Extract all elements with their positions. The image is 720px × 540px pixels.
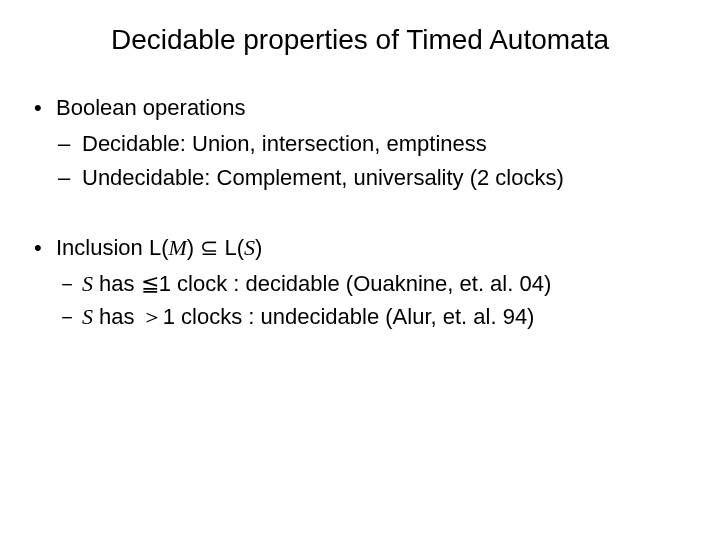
subbullet-text: Undecidable: Complement, universality (2… [82, 165, 564, 190]
bullet-inclusion: Inclusion L(M) ⊆ L(S) [32, 232, 690, 264]
bullet-text-post: ) [255, 235, 262, 260]
spacer [30, 196, 690, 222]
bullet-text-mid: ) ⊆ L( [187, 235, 244, 260]
subbullet-gt1-clock: S has ＞1 clocks : undecidable (Alur, et.… [56, 301, 690, 333]
var-s: S [244, 235, 255, 260]
slide-title: Decidable properties of Timed Automata [30, 24, 690, 56]
var-m: M [169, 235, 187, 260]
bullet-text-pre: Inclusion L( [56, 235, 169, 260]
subbullet-decidable: Decidable: Union, intersection, emptines… [56, 128, 690, 160]
subbullet-text: Decidable: Union, intersection, emptines… [82, 131, 487, 156]
subbullet-text: has ＞1 clocks : undecidable (Alur, et. a… [93, 304, 534, 329]
subbullet-leq1-clock: S has ≦1 clock : decidable (Ouaknine, et… [56, 268, 690, 300]
subbullet-text: has ≦1 clock : decidable (Ouaknine, et. … [93, 271, 551, 296]
slide: Decidable properties of Timed Automata B… [0, 0, 720, 540]
var-s: S [82, 271, 93, 296]
bullet-list: Boolean operations Decidable: Union, int… [30, 92, 690, 333]
subbullet-undecidable: Undecidable: Complement, universality (2… [56, 162, 690, 194]
var-s: S [82, 304, 93, 329]
bullet-boolean-ops: Boolean operations [32, 92, 690, 124]
bullet-text: Boolean operations [56, 95, 246, 120]
